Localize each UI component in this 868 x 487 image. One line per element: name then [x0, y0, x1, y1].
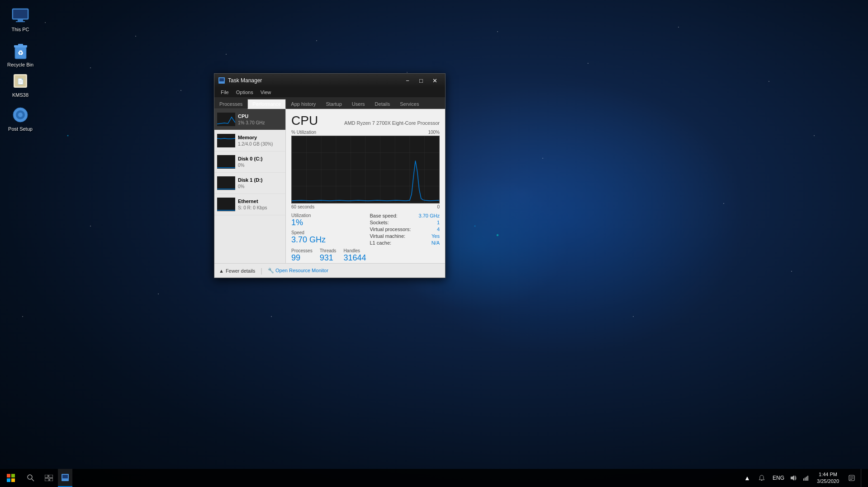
menu-file[interactable]: File [217, 87, 232, 97]
close-button[interactable]: ✕ [428, 74, 441, 87]
svg-rect-35 [7, 474, 10, 478]
search-button[interactable] [22, 469, 40, 487]
tray-volume[interactable] [788, 469, 799, 487]
tab-details[interactable]: Details [370, 99, 395, 109]
disk0-value: 0% [238, 162, 262, 168]
title-bar: Task Manager − □ ✕ [214, 74, 445, 87]
l1-cache-label: L1 cache: [370, 240, 391, 246]
threads-label: Threads [320, 248, 337, 253]
tab-performance[interactable]: Performance [247, 99, 286, 109]
stat-sockets: Sockets: 1 [370, 220, 440, 225]
show-desktop-button[interactable] [861, 469, 864, 487]
clock-time: 1:44 PM [819, 471, 837, 478]
post-setup-label: Post Setup [8, 126, 33, 132]
taskbar-tray: ▲ ENG [738, 469, 868, 487]
sidebar-item-cpu[interactable]: CPU 1% 3.70 GHz [214, 109, 285, 130]
stat-base-speed: Base speed: 3.70 GHz [370, 213, 440, 218]
svg-rect-44 [50, 478, 53, 481]
svg-rect-46 [62, 475, 68, 478]
stats-grid: Utilization 1% Speed 3.70 GHz Processes … [291, 213, 440, 263]
svg-rect-56 [850, 477, 854, 477]
graph-time-right: 0 [437, 204, 440, 209]
handles-value: 31644 [343, 254, 366, 263]
memory-name: Memory [238, 134, 273, 141]
tab-users[interactable]: Users [347, 99, 370, 109]
open-resource-monitor-link[interactable]: 🔧 Open Resource Monitor [268, 268, 328, 274]
tray-notification[interactable] [754, 469, 769, 487]
tab-processes[interactable]: Processes [214, 99, 247, 109]
graph-time-left: 60 seconds [291, 204, 314, 209]
svg-rect-20 [217, 155, 235, 169]
tray-network[interactable] [801, 469, 811, 487]
action-center-button[interactable] [844, 469, 859, 487]
virtual-machine-label: Virtual machine: [370, 233, 405, 239]
svg-rect-21 [217, 176, 235, 190]
stat-group-left: Utilization 1% Speed 3.70 GHz Processes … [291, 213, 366, 263]
tab-app-history[interactable]: App history [286, 99, 321, 109]
svg-rect-41 [45, 475, 48, 478]
threads-value: 931 [320, 254, 337, 263]
taskbar-task-manager-btn[interactable] [58, 469, 72, 487]
sidebar-item-memory[interactable]: Memory 1.2/4.0 GB (30%) [214, 130, 285, 151]
svg-line-40 [32, 479, 34, 481]
svg-rect-2 [18, 19, 23, 21]
svg-rect-19 [217, 134, 235, 147]
desktop-icon-kms38[interactable]: 📄 KMS38 [2, 70, 38, 100]
svg-rect-18 [217, 113, 235, 126]
tray-language[interactable]: ENG [771, 475, 786, 481]
svg-rect-57 [850, 478, 854, 478]
recycle-bin-icon: ♻ [11, 42, 29, 60]
taskbar-clock[interactable]: 1:44 PM 3/25/2020 [813, 469, 843, 487]
speed-value: 3.70 GHz [291, 236, 366, 245]
base-speed-value: 3.70 GHz [419, 213, 440, 218]
svg-rect-4 [15, 47, 26, 59]
post-setup-icon [11, 106, 29, 124]
desktop-icon-recycle-bin[interactable]: ♻ Recycle Bin [2, 40, 38, 70]
svg-rect-9 [15, 76, 26, 86]
svg-rect-15 [219, 78, 224, 81]
tabs-bar: Processes Performance App history Startu… [214, 97, 445, 109]
restore-button[interactable]: □ [414, 74, 428, 87]
fewer-details-icon: ▲ [219, 268, 224, 274]
tray-chevron[interactable]: ▲ [742, 469, 753, 487]
graph-time-labels: 60 seconds 0 [291, 204, 440, 209]
graph-util-label: % Utilization [291, 130, 316, 135]
cpu-info: CPU 1% 3.70 GHz [238, 113, 265, 125]
sidebar-item-disk0[interactable]: Disk 0 (C:) 0% [214, 151, 285, 173]
disk1-mini-graph [217, 176, 235, 190]
svg-rect-58 [850, 479, 852, 480]
menu-options[interactable]: Options [232, 87, 257, 97]
resource-monitor-icon: 🔧 [268, 268, 274, 273]
svg-rect-53 [806, 477, 807, 481]
menu-view[interactable]: View [257, 87, 275, 97]
svg-rect-54 [807, 476, 808, 481]
graph-util-max: 100% [428, 130, 440, 135]
svg-marker-50 [791, 475, 794, 481]
sidebar-item-ethernet[interactable]: Ethernet S: 0 R: 0 Kbps [214, 194, 285, 215]
svg-rect-51 [803, 478, 804, 481]
minimize-button[interactable]: − [401, 74, 414, 87]
window-controls: − □ ✕ [401, 74, 441, 87]
start-button[interactable] [0, 469, 22, 487]
svg-rect-47 [62, 479, 64, 480]
kms38-icon: 📄 [11, 72, 29, 90]
tm-sidebar: CPU 1% 3.70 GHz Memory 1.2/4.0 GB (3 [214, 109, 286, 263]
l1-cache-value: N/A [432, 240, 440, 246]
svg-rect-22 [217, 198, 235, 211]
cpu-mini-graph [217, 113, 235, 126]
tab-startup[interactable]: Startup [321, 99, 346, 109]
cpu-graph-container: % Utilization 100% [291, 130, 440, 209]
task-view-button[interactable] [40, 469, 58, 487]
disk1-name: Disk 1 (D:) [238, 177, 262, 183]
stat-utilization: Utilization 1% [291, 213, 366, 227]
ethernet-value: S: 0 R: 0 Kbps [238, 205, 267, 211]
desktop-icon-this-pc[interactable]: This PC [2, 5, 38, 34]
tab-services[interactable]: Services [395, 99, 424, 109]
svg-rect-17 [222, 82, 224, 83]
cpu-subtitle: AMD Ryzen 7 2700X Eight-Core Processor [344, 120, 440, 126]
sidebar-item-disk1[interactable]: Disk 1 (D:) 0% [214, 173, 285, 194]
disk1-value: 0% [238, 184, 262, 189]
fewer-details-button[interactable]: ▲ Fewer details [219, 268, 255, 274]
processes-value: 99 [291, 254, 313, 263]
desktop-icon-post-setup[interactable]: Post Setup [2, 104, 38, 134]
